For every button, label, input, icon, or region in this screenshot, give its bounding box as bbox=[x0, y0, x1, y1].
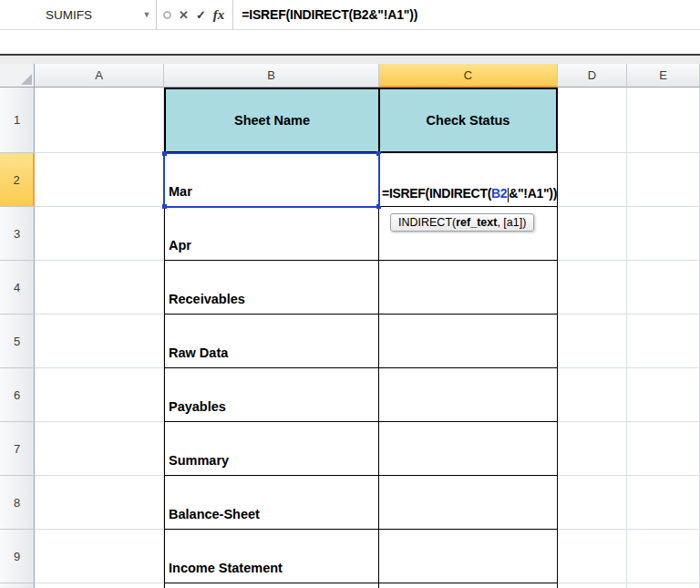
cell-E5[interactable] bbox=[627, 315, 700, 368]
column-header-E[interactable]: E bbox=[627, 64, 700, 88]
cell-E1[interactable] bbox=[627, 88, 700, 153]
cell-C7[interactable] bbox=[379, 422, 558, 476]
reference-handle-icon[interactable] bbox=[162, 151, 167, 156]
cell-B6[interactable]: Payables bbox=[164, 368, 379, 422]
cell-D1[interactable] bbox=[558, 88, 627, 153]
row-header-6[interactable]: 6 bbox=[0, 368, 35, 422]
cell-E3[interactable] bbox=[627, 207, 700, 261]
cell-A3[interactable] bbox=[35, 207, 164, 261]
cell-E4[interactable] bbox=[627, 261, 700, 315]
row-header-7[interactable]: 7 bbox=[0, 422, 35, 476]
cell-B9[interactable]: Income Statement bbox=[164, 530, 379, 583]
cell-D5[interactable] bbox=[558, 315, 627, 368]
row-header-2[interactable]: 2 bbox=[0, 153, 35, 207]
cell-E7[interactable] bbox=[627, 422, 700, 476]
cell-C-partial[interactable] bbox=[379, 583, 558, 588]
cell-A7[interactable] bbox=[35, 422, 164, 476]
cell-B5[interactable]: Raw Data bbox=[164, 315, 379, 368]
cell-A6[interactable] bbox=[35, 368, 164, 422]
cell-A4[interactable] bbox=[35, 261, 164, 315]
cell-edit-formula[interactable]: =ISREF(INDIRECT(B2&"!A1")) bbox=[380, 154, 557, 206]
row-header-9[interactable]: 9 bbox=[0, 530, 35, 583]
column-header-D[interactable]: D bbox=[558, 64, 627, 88]
row-header-5[interactable]: 5 bbox=[0, 315, 35, 368]
name-box[interactable]: SUMIFS ▼ bbox=[0, 0, 157, 29]
formula-prefix: =ISREF(INDIRECT( bbox=[382, 186, 491, 201]
insert-function-button[interactable]: fx bbox=[210, 7, 229, 23]
cell-A-partial[interactable] bbox=[35, 583, 164, 588]
formula-reference: B2 bbox=[491, 186, 507, 201]
cell-A5[interactable] bbox=[35, 315, 164, 368]
cell-D7[interactable] bbox=[558, 422, 627, 476]
cell-E6[interactable] bbox=[627, 368, 700, 422]
sheet-grid: A B C D E 1 Sheet Name Check Status 2 Ma… bbox=[0, 64, 700, 588]
grip-dot-icon bbox=[163, 11, 171, 19]
row-header-1[interactable]: 1 bbox=[0, 88, 35, 153]
cell-D8[interactable] bbox=[558, 476, 627, 530]
cell-B4[interactable]: Receivables bbox=[164, 261, 379, 315]
cell-E8[interactable] bbox=[627, 476, 700, 530]
function-tooltip: INDIRECT(ref_text, [a1]) bbox=[390, 213, 534, 232]
cell-D6[interactable] bbox=[558, 368, 627, 422]
reference-handle-icon[interactable] bbox=[162, 204, 167, 209]
cell-B3[interactable]: Apr bbox=[164, 207, 379, 261]
tooltip-current-arg: ref_text bbox=[456, 216, 497, 229]
cell-C4[interactable] bbox=[379, 261, 558, 315]
name-box-dropdown-icon[interactable]: ▼ bbox=[138, 10, 156, 19]
select-all-triangle-icon bbox=[21, 74, 32, 85]
cancel-button[interactable]: ✕ bbox=[175, 8, 192, 22]
cell-E-partial[interactable] bbox=[627, 583, 700, 588]
formula-bar-buttons: ✕ ✓ fx bbox=[157, 0, 233, 29]
row-header-partial[interactable] bbox=[0, 583, 35, 588]
cell-C8[interactable] bbox=[379, 476, 558, 530]
tooltip-suffix: , [a1]) bbox=[497, 216, 526, 229]
cell-D9[interactable] bbox=[558, 530, 627, 583]
cell-A2[interactable] bbox=[35, 153, 164, 207]
cell-C5[interactable] bbox=[379, 315, 558, 368]
row-header-8[interactable]: 8 bbox=[0, 476, 35, 530]
cell-B1[interactable]: Sheet Name bbox=[164, 88, 379, 153]
formula-bar: SUMIFS ▼ ✕ ✓ fx =ISREF(INDIRECT(B2&"!A1"… bbox=[0, 0, 700, 30]
cell-C1[interactable]: Check Status bbox=[379, 88, 558, 153]
worksheet: A B C D E 1 Sheet Name Check Status 2 Ma… bbox=[0, 64, 700, 588]
reference-highlight-B2[interactable] bbox=[163, 152, 380, 208]
cell-D2[interactable] bbox=[558, 153, 627, 207]
cell-C9[interactable] bbox=[379, 530, 558, 583]
cell-D-partial[interactable] bbox=[558, 583, 627, 588]
cell-B7[interactable]: Summary bbox=[164, 422, 379, 476]
select-all-corner[interactable] bbox=[0, 64, 35, 88]
cell-D3[interactable] bbox=[558, 207, 627, 261]
column-header-C[interactable]: C bbox=[379, 64, 558, 88]
formula-input[interactable]: =ISREF(INDIRECT(B2&"!A1")) bbox=[233, 0, 700, 29]
cell-B-partial[interactable] bbox=[164, 583, 379, 588]
cell-B8[interactable]: Balance-Sheet bbox=[164, 476, 379, 530]
cell-C6[interactable] bbox=[379, 368, 558, 422]
cell-A9[interactable] bbox=[35, 530, 164, 583]
formula-bar-expansion bbox=[0, 30, 700, 56]
cell-E9[interactable] bbox=[627, 530, 700, 583]
cell-A1[interactable] bbox=[35, 88, 164, 153]
column-header-B[interactable]: B bbox=[164, 64, 379, 88]
window-gap bbox=[0, 56, 700, 64]
column-header-A[interactable]: A bbox=[35, 64, 164, 88]
tooltip-prefix: INDIRECT( bbox=[398, 216, 456, 229]
row-header-4[interactable]: 4 bbox=[0, 261, 35, 315]
formula-suffix: &"!A1")) bbox=[509, 186, 557, 201]
cell-D4[interactable] bbox=[558, 261, 627, 315]
name-box-value: SUMIFS bbox=[0, 8, 138, 22]
row-header-3[interactable]: 3 bbox=[0, 207, 35, 261]
cell-E2[interactable] bbox=[627, 153, 700, 207]
enter-button[interactable]: ✓ bbox=[192, 8, 210, 22]
cell-A8[interactable] bbox=[35, 476, 164, 530]
